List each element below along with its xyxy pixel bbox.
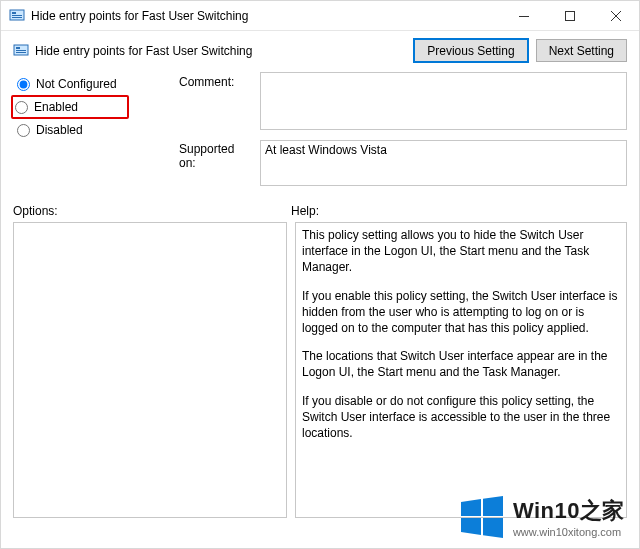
comment-label: Comment: — [179, 72, 254, 89]
svg-rect-9 — [16, 52, 26, 53]
policy-icon — [13, 43, 29, 59]
radio-enabled-input[interactable] — [15, 101, 28, 114]
policy-icon — [9, 8, 25, 24]
help-paragraph: This policy setting allows you to hide t… — [302, 227, 620, 276]
svg-rect-5 — [566, 11, 575, 20]
svg-rect-2 — [12, 15, 22, 16]
options-pane — [13, 222, 287, 518]
close-button[interactable] — [593, 1, 639, 31]
titlebar: Hide entry points for Fast User Switchin… — [1, 1, 639, 31]
policy-heading: Hide entry points for Fast User Switchin… — [35, 44, 252, 58]
svg-rect-4 — [519, 16, 529, 17]
lower-split: This policy setting allows you to hide t… — [13, 222, 627, 518]
watermark-url: www.win10xitong.com — [513, 526, 625, 538]
svg-marker-12 — [461, 518, 481, 535]
radio-disabled-label: Disabled — [36, 123, 83, 137]
svg-rect-8 — [16, 50, 26, 51]
help-paragraph: The locations that Switch User interface… — [302, 348, 620, 380]
help-paragraph: If you enable this policy setting, the S… — [302, 288, 620, 337]
svg-rect-1 — [12, 12, 16, 14]
state-radio-group: Not Configured Enabled Disabled — [13, 72, 173, 142]
maximize-button[interactable] — [547, 1, 593, 31]
radio-enabled-label: Enabled — [34, 100, 78, 114]
comment-field[interactable] — [260, 72, 627, 130]
radio-not-configured[interactable]: Not Configured — [13, 72, 173, 96]
config-area: Not Configured Enabled Disabled Comment:… — [1, 66, 639, 186]
header-row: Hide entry points for Fast User Switchin… — [1, 31, 639, 66]
radio-not-configured-input[interactable] — [17, 78, 30, 91]
options-label: Options: — [13, 204, 291, 218]
radio-not-configured-label: Not Configured — [36, 77, 117, 91]
help-paragraph: If you disable or do not configure this … — [302, 393, 620, 442]
radio-enabled[interactable]: Enabled — [11, 95, 129, 119]
lower-labels: Options: Help: — [13, 204, 627, 218]
radio-disabled[interactable]: Disabled — [13, 118, 173, 142]
svg-rect-7 — [16, 47, 20, 49]
window-title: Hide entry points for Fast User Switchin… — [31, 9, 248, 23]
svg-rect-3 — [12, 17, 22, 18]
previous-setting-button[interactable]: Previous Setting — [414, 39, 527, 62]
supported-on-field: At least Windows Vista — [260, 140, 627, 186]
next-setting-button[interactable]: Next Setting — [536, 39, 627, 62]
svg-marker-13 — [483, 518, 503, 538]
supported-on-label: Supported on: — [179, 130, 254, 170]
radio-disabled-input[interactable] — [17, 124, 30, 137]
minimize-button[interactable] — [501, 1, 547, 31]
help-pane: This policy setting allows you to hide t… — [295, 222, 627, 518]
help-label: Help: — [291, 204, 627, 218]
